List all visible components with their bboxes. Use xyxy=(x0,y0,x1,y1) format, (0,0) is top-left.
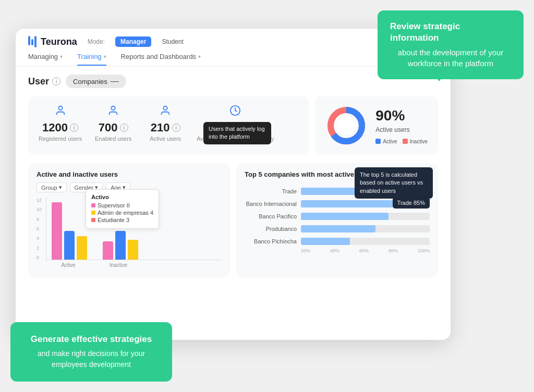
user-icon-active xyxy=(160,105,171,119)
donut-legend: Active Inactive xyxy=(375,139,428,144)
registered-users-label: Registered users xyxy=(39,136,82,142)
bar-x-inactive: Inactive xyxy=(101,262,136,268)
minus-icon: — xyxy=(111,77,119,86)
chevron-down-icon: ▾ xyxy=(198,54,201,59)
tooltip-dot-3 xyxy=(91,218,95,222)
y-label-10: 10 xyxy=(37,207,44,212)
logo-bar-3 xyxy=(34,36,37,47)
tooltip-dot-1 xyxy=(91,203,95,207)
company-label-banco-int: Banco Internacional xyxy=(245,201,297,207)
donut-chart-panel: 90% Active users Active Inactive xyxy=(315,96,438,155)
donut-percent: 90% xyxy=(375,107,428,124)
user-icon-registered xyxy=(55,105,66,119)
logo: Teurona xyxy=(28,36,77,47)
info-icon-enabled[interactable]: i xyxy=(120,124,128,132)
bar-group-inactive xyxy=(103,231,138,260)
nav-training-label: Training xyxy=(77,53,101,60)
logo-bar-1 xyxy=(28,36,30,45)
green-top-subtitle: about the development of your workforce … xyxy=(390,47,511,69)
user-icon-enabled xyxy=(107,105,119,119)
group-filter-label: Group xyxy=(41,185,57,191)
h-bar-x-axis: 20% 40% 60% 80% 100% xyxy=(245,248,430,253)
company-label-banco-pic: Banco Pichincha xyxy=(245,238,297,244)
h-bar-row-banco-pac: Banco Pacifico xyxy=(245,213,430,220)
green-bottom-subtitle: and make right decisions for your employ… xyxy=(25,348,157,370)
stat-active-users: 210 i Active users xyxy=(144,105,186,146)
svg-point-1 xyxy=(111,106,115,110)
charts-row: Active and inactive users Group ▾ Gender… xyxy=(28,163,438,277)
chart-info-tooltip: The top 5 is calculated based on active … xyxy=(355,167,433,199)
nav-reports-label: Reports and Dashboards xyxy=(121,53,197,60)
active-value-text: 210 xyxy=(151,121,170,134)
bar-active-blue xyxy=(64,231,75,260)
svg-point-0 xyxy=(58,106,62,110)
green-top-title: Review strategic information xyxy=(390,21,511,44)
green-bottom-box: Generate effective strategies and make r… xyxy=(10,322,172,382)
active-users-value: 210 i xyxy=(151,121,180,134)
bar-inactive-blue xyxy=(115,231,126,260)
bar-active-pink xyxy=(52,202,62,260)
bar-inactive-yellow xyxy=(128,240,138,260)
active-users-tooltip: Users that actively log into the platfor… xyxy=(203,122,271,144)
active-legend-label: Active xyxy=(383,139,397,144)
info-icon-registered[interactable]: i xyxy=(70,124,78,132)
nav-item-training[interactable]: Training ▾ xyxy=(77,53,106,66)
group-filter-button[interactable]: Group ▾ xyxy=(37,182,67,192)
h-bar-fill-produbanco xyxy=(301,225,375,232)
nav-item-managing[interactable]: Managing ▾ xyxy=(28,53,63,66)
clock-icon xyxy=(229,105,241,119)
trade-tooltip-text: Trade 85% xyxy=(397,200,425,206)
h-bar-track-banco-pac xyxy=(301,213,430,220)
green-bottom-title: Generate effective strategies xyxy=(25,334,157,345)
y-axis: 12 10 8 6 4 2 0 xyxy=(37,198,46,260)
bar-x-labels: Active Inactive xyxy=(46,260,222,270)
tooltip-label-2: Admin de empresas 4 xyxy=(98,210,153,216)
active-users-label: Active users xyxy=(150,136,181,142)
user-label-text: User xyxy=(28,76,49,87)
enabled-users-value: 700 i xyxy=(99,121,128,134)
x-label-20: 20% xyxy=(301,248,310,253)
y-label-8: 8 xyxy=(37,217,44,222)
h-bar-track-produbanco xyxy=(301,225,430,232)
bar-inactive-pink xyxy=(103,241,113,260)
bar-tooltip-title: Activo xyxy=(91,194,153,200)
bar-tooltip-item-3: Estudiante 3 xyxy=(91,217,153,223)
companies-filter-badge[interactable]: Companies — xyxy=(66,75,126,88)
company-label-banco-pac: Banco Pacifico xyxy=(245,213,297,219)
h-bar-row-produbanco: Produbanco xyxy=(245,225,430,232)
tooltip-label-3: Estudiante 3 xyxy=(98,217,129,223)
trade-tooltip: Trade 85% xyxy=(393,197,430,209)
companies-label: Companies xyxy=(73,78,107,85)
inactive-legend-dot xyxy=(403,139,408,144)
info-icon-active[interactable]: i xyxy=(172,124,180,132)
chevron-down-icon: ▾ xyxy=(60,54,63,59)
company-label-produbanco: Produbanco xyxy=(245,226,297,232)
nav-item-reports[interactable]: Reports and Dashboards ▾ xyxy=(121,53,201,66)
h-bar-fill-banco-pac xyxy=(301,213,389,220)
bar-group-active xyxy=(52,202,87,260)
registered-value-text: 1200 xyxy=(42,121,68,134)
h-bar-track-banco-pic xyxy=(301,238,430,245)
x-label-80: 80% xyxy=(389,248,398,253)
student-mode-button[interactable]: Student xyxy=(162,38,183,45)
y-label-6: 6 xyxy=(37,226,44,231)
active-legend-dot xyxy=(375,139,381,144)
info-icon[interactable]: i xyxy=(52,77,60,85)
donut-chart xyxy=(325,105,367,146)
bar-chart-tooltip: Activo Supervisor II Admin de empresas 4… xyxy=(86,189,159,229)
bar-tooltip-item-2: Admin de empresas 4 xyxy=(91,210,153,216)
manager-mode-button[interactable]: Manager xyxy=(115,36,151,47)
x-label-100: 100% xyxy=(418,248,430,253)
nav-top: Teurona Mode: Manager Student xyxy=(28,36,438,47)
stat-enabled-users: 700 i Enabled users xyxy=(92,105,134,146)
green-arrow xyxy=(432,72,446,81)
donut-label: Active users xyxy=(375,126,428,133)
h-bar-fill-banco-pic xyxy=(301,238,350,245)
bar-chart-panel: Active and inactive users Group ▾ Gender… xyxy=(28,163,230,277)
enabled-users-label: Enabled users xyxy=(95,136,131,142)
svg-point-6 xyxy=(337,116,356,135)
content-area: User i Companies — 12 xyxy=(16,66,451,286)
user-section-label: User i xyxy=(28,76,60,87)
tooltip-label-1: Supervisor II xyxy=(98,202,130,209)
donut-info: 90% Active users Active Inactive xyxy=(375,107,428,144)
